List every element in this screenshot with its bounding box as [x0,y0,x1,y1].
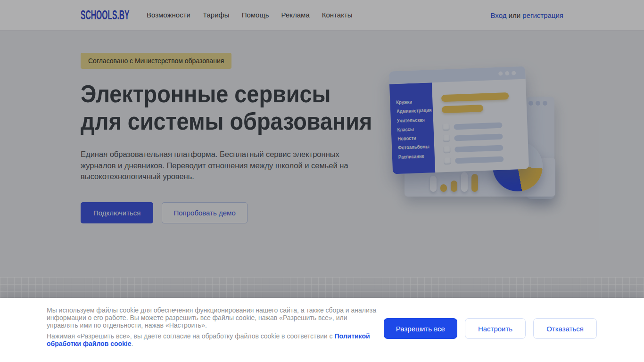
cookie-paragraph-2-text: Нажимая «Разрешить все», вы даете соглас… [47,332,334,340]
cookie-text: Мы используем файлы cookie для обеспечен… [47,307,377,348]
cookie-paragraph-1: Мы используем файлы cookie для обеспечен… [47,307,377,329]
allow-all-button[interactable]: Разрешить все [384,318,457,339]
configure-button[interactable]: Настроить [465,318,526,339]
cookie-paragraph-2: Нажимая «Разрешить все», вы даете соглас… [47,333,377,348]
cookie-paragraph-2-suffix: . [132,340,133,347]
cookie-consent-banner: Мы используем файлы cookie для обеспечен… [0,298,644,362]
cookie-buttons: Разрешить все Настроить Отказаться [384,318,597,339]
decline-button[interactable]: Отказаться [533,318,597,339]
